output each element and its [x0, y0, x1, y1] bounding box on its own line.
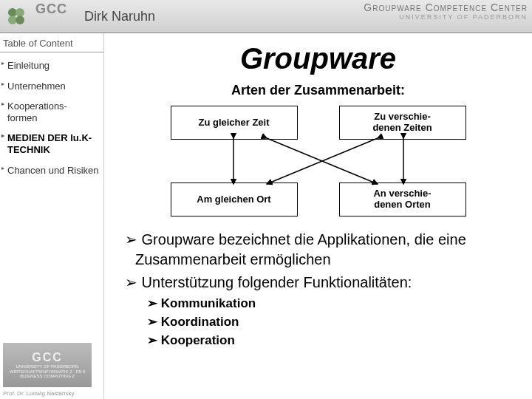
header-bar: GCC Dirk Naruhn Groupware Competence Cen… — [0, 0, 532, 33]
svg-point-2 — [8, 16, 17, 24]
gcc-full-name: Groupware Competence Center — [364, 1, 528, 13]
svg-point-0 — [8, 8, 17, 17]
collaboration-matrix: Zu gleicher Zeit Zu verschie- denen Zeit… — [163, 106, 474, 216]
sidebar-item-einleitung[interactable]: Einleitung — [0, 55, 103, 76]
header-right-logo: Groupware Competence Center UNIVERSITY O… — [364, 1, 528, 21]
sub-bullet-3: Kooperation — [157, 332, 517, 349]
sidebar-footer: GCC UNIVERSITY OF PADERBORN WIRTSCHAFTSI… — [0, 340, 103, 399]
toc-heading: Table of Content — [0, 33, 103, 52]
sidebar-item-medien[interactable]: MEDIEN DER Iu.K-TECHNIK — [0, 128, 103, 160]
gcc-logo-icon — [0, 0, 33, 33]
subtitle: Arten der Zusammenarbeit: — [119, 83, 517, 98]
footer-credit: Prof. Dr. Ludwig Nastansky — [3, 390, 100, 397]
page-title: Groupware — [119, 42, 517, 75]
bullet-1: Groupware bezeichnet die Applikationen, … — [135, 230, 517, 270]
svg-point-1 — [16, 8, 24, 17]
footer-logo-sub: UNIVERSITY OF PADERBORN WIRTSCHAFTSINFOR… — [10, 364, 85, 379]
box-diff-place: An verschie- denen Orten — [339, 183, 466, 216]
divider — [0, 52, 103, 52]
sub-bullet-2: Koordination — [157, 314, 517, 331]
sidebar-item-chancen[interactable]: Chancen und Risiken — [0, 160, 103, 181]
main-content: Groupware Arten der Zusammenarbeit: Zu g… — [104, 33, 532, 399]
sidebar: Table of Content Einleitung Unternehmen … — [0, 33, 104, 399]
bullet-list: Groupware bezeichnet die Applikationen, … — [125, 230, 517, 349]
svg-line-7 — [267, 138, 378, 184]
svg-line-6 — [267, 138, 378, 184]
sidebar-item-kooperationsformen[interactable]: Kooperations- formen — [0, 96, 103, 128]
box-same-place: Am gleichen Ort — [171, 183, 298, 216]
box-same-time: Zu gleicher Zeit — [171, 106, 298, 140]
svg-point-3 — [16, 16, 24, 24]
footer-logo-text: GCC — [32, 351, 63, 364]
sidebar-item-unternehmen[interactable]: Unternehmen — [0, 76, 103, 97]
footer-logo-icon: GCC UNIVERSITY OF PADERBORN WIRTSCHAFTSI… — [3, 343, 92, 387]
sub-bullet-1: Kommunikation — [157, 296, 517, 313]
box-diff-time: Zu verschie- denen Zeiten — [339, 106, 466, 140]
gcc-logo-text: GCC — [35, 1, 67, 17]
author-name: Dirk Naruhn — [84, 9, 155, 24]
university-name: UNIVERSITY OF PADERBORN — [364, 13, 528, 21]
bullet-2: Unterstützung folgender Funktionalitäten… — [135, 273, 517, 293]
